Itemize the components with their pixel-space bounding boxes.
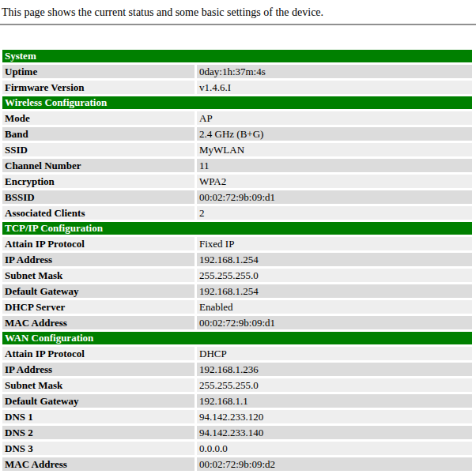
section-title: TCP/IP Configuration (2, 222, 472, 235)
row-value: 192.168.1.1 (197, 394, 472, 408)
section-header-wireless: Wireless Configuration (2, 96, 472, 109)
row-label: Default Gateway (2, 284, 195, 298)
row-ip-address: IP Address 192.168.1.254 (2, 253, 472, 266)
status-table: System Uptime 0day:1h:37m:4s Firmware Ve… (0, 47, 474, 473)
row-label: Channel Number (2, 159, 195, 172)
row-mode: Mode AP (2, 111, 472, 125)
section-title: Wireless Configuration (2, 96, 472, 109)
device-status-page: This page shows the current status and s… (0, 0, 476, 474)
row-firmware-version: Firmware Version v1.4.6.I (2, 81, 472, 94)
row-encryption: Encryption WPA2 (2, 175, 472, 188)
row-label: Default Gateway (2, 394, 195, 408)
row-subnet-mask: Subnet Mask 255.255.255.0 (2, 269, 472, 282)
row-value: 2 (197, 206, 472, 220)
row-label: MAC Address (2, 457, 195, 471)
row-value: 0day:1h:37m:4s (197, 65, 472, 78)
row-label: IP Address (2, 363, 195, 376)
row-label: Band (2, 127, 195, 141)
row-wan-ip-address: IP Address 192.168.1.236 (2, 363, 472, 376)
row-dns-2: DNS 2 94.142.233.140 (2, 426, 472, 439)
row-value: 11 (197, 159, 472, 172)
divider (0, 24, 476, 25)
row-label: Subnet Mask (2, 378, 195, 392)
row-dns-1: DNS 1 94.142.233.120 (2, 410, 472, 423)
section-title: WAN Configuration (2, 332, 472, 344)
row-label: DHCP Server (2, 300, 195, 314)
section-title: System (2, 50, 472, 62)
row-label: Encryption (2, 175, 195, 188)
row-value: 2.4 GHz (B+G) (197, 127, 472, 141)
row-wan-attain-ip-protocol: Attain IP Protocol DHCP (2, 347, 472, 360)
row-value: 192.168.1.236 (197, 363, 472, 376)
row-label: MAC Address (2, 316, 195, 329)
row-label: DNS 2 (2, 426, 195, 439)
row-wan-mac-address: MAC Address 00:02:72:9b:09:d2 (2, 457, 472, 471)
row-value: 00:02:72:9b:09:d2 (197, 457, 472, 471)
row-label: Subnet Mask (2, 269, 195, 282)
row-value: DHCP (197, 347, 472, 360)
row-associated-clients: Associated Clients 2 (2, 206, 472, 220)
row-value: AP (197, 111, 472, 125)
row-label: Attain IP Protocol (2, 237, 195, 250)
row-default-gateway: Default Gateway 192.168.1.254 (2, 284, 472, 298)
row-wan-subnet-mask: Subnet Mask 255.255.255.0 (2, 378, 472, 392)
row-value: MyWLAN (197, 143, 472, 156)
section-header-wan: WAN Configuration (2, 332, 472, 344)
row-value: 255.255.255.0 (197, 378, 472, 392)
row-label: IP Address (2, 253, 195, 266)
row-label: Firmware Version (2, 81, 195, 94)
row-value: Enabled (197, 300, 472, 314)
row-value: 94.142.233.120 (197, 410, 472, 423)
row-uptime: Uptime 0day:1h:37m:4s (2, 65, 472, 78)
row-label: DNS 3 (2, 442, 195, 455)
page-description: This page shows the current status and s… (2, 6, 476, 19)
row-value: 00:02:72:9b:09:d1 (197, 190, 472, 204)
row-label: Associated Clients (2, 206, 195, 220)
row-attain-ip-protocol: Attain IP Protocol Fixed IP (2, 237, 472, 250)
row-label: SSID (2, 143, 195, 156)
row-label: DNS 1 (2, 410, 195, 423)
row-dhcp-server: DHCP Server Enabled (2, 300, 472, 314)
row-wan-default-gateway: Default Gateway 192.168.1.1 (2, 394, 472, 408)
row-label: Uptime (2, 65, 195, 78)
section-header-system: System (2, 50, 472, 62)
row-value: Fixed IP (197, 237, 472, 250)
row-value: 192.168.1.254 (197, 253, 472, 266)
row-channel-number: Channel Number 11 (2, 159, 472, 172)
row-ssid: SSID MyWLAN (2, 143, 472, 156)
row-dns-3: DNS 3 0.0.0.0 (2, 442, 472, 455)
row-value: 192.168.1.254 (197, 284, 472, 298)
row-value: 94.142.233.140 (197, 426, 472, 439)
row-value: 0.0.0.0 (197, 442, 472, 455)
row-band: Band 2.4 GHz (B+G) (2, 127, 472, 141)
row-bssid: BSSID 00:02:72:9b:09:d1 (2, 190, 472, 204)
row-value: 255.255.255.0 (197, 269, 472, 282)
section-header-tcpip: TCP/IP Configuration (2, 222, 472, 235)
row-label: BSSID (2, 190, 195, 204)
row-value: 00:02:72:9b:09:d1 (197, 316, 472, 329)
row-value: v1.4.6.I (197, 81, 472, 94)
row-label: Mode (2, 111, 195, 125)
row-mac-address: MAC Address 00:02:72:9b:09:d1 (2, 316, 472, 329)
row-value: WPA2 (197, 175, 472, 188)
row-label: Attain IP Protocol (2, 347, 195, 360)
